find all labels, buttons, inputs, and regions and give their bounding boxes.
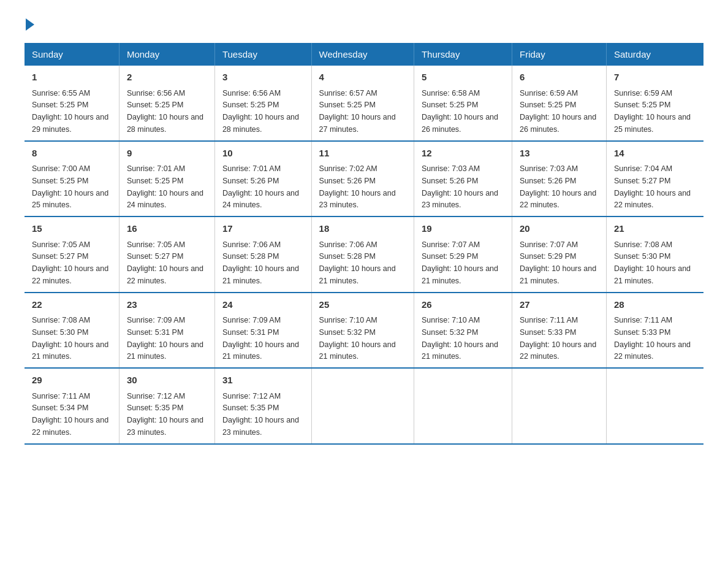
day-number: 30 <box>127 373 207 388</box>
weekday-header-thursday: Thursday <box>414 43 512 66</box>
day-info: Sunrise: 7:10 AMSunset: 5:32 PMDaylight:… <box>422 316 498 361</box>
weekday-header-tuesday: Tuesday <box>214 43 311 66</box>
day-number: 26 <box>422 298 504 312</box>
calendar-cell: 24 Sunrise: 7:09 AMSunset: 5:31 PMDaylig… <box>214 293 311 369</box>
day-number: 5 <box>422 71 504 85</box>
page-header <box>25 18 703 31</box>
calendar-cell <box>512 368 607 444</box>
day-number: 1 <box>32 71 112 85</box>
day-info: Sunrise: 6:56 AMSunset: 5:25 PMDaylight:… <box>127 89 203 134</box>
day-info: Sunrise: 7:09 AMSunset: 5:31 PMDaylight:… <box>222 316 299 361</box>
day-number: 14 <box>614 147 696 161</box>
calendar-cell: 17 Sunrise: 7:06 AMSunset: 5:28 PMDaylig… <box>214 216 311 293</box>
day-number: 22 <box>32 298 112 312</box>
weekday-header-monday: Monday <box>119 43 214 66</box>
day-number: 6 <box>520 71 599 85</box>
day-number: 12 <box>422 147 504 161</box>
day-info: Sunrise: 6:56 AMSunset: 5:25 PMDaylight:… <box>222 89 299 134</box>
day-info: Sunrise: 7:06 AMSunset: 5:28 PMDaylight:… <box>222 240 299 285</box>
day-number: 10 <box>222 147 304 161</box>
day-number: 4 <box>319 71 406 85</box>
calendar-cell: 11 Sunrise: 7:02 AMSunset: 5:26 PMDaylig… <box>311 141 414 217</box>
day-info: Sunrise: 7:07 AMSunset: 5:29 PMDaylight:… <box>422 240 498 285</box>
calendar-cell: 19 Sunrise: 7:07 AMSunset: 5:29 PMDaylig… <box>414 216 512 293</box>
day-number: 8 <box>32 147 112 161</box>
calendar-cell: 18 Sunrise: 7:06 AMSunset: 5:28 PMDaylig… <box>311 216 414 293</box>
calendar-cell: 25 Sunrise: 7:10 AMSunset: 5:32 PMDaylig… <box>311 293 414 369</box>
day-info: Sunrise: 7:08 AMSunset: 5:30 PMDaylight:… <box>614 240 691 285</box>
day-number: 7 <box>614 71 696 85</box>
weekday-header-row: SundayMondayTuesdayWednesdayThursdayFrid… <box>25 43 703 66</box>
calendar-cell <box>414 368 512 444</box>
calendar-cell: 1 Sunrise: 6:55 AMSunset: 5:25 PMDayligh… <box>25 66 119 141</box>
calendar-cell: 21 Sunrise: 7:08 AMSunset: 5:30 PMDaylig… <box>606 216 703 293</box>
calendar-cell: 6 Sunrise: 6:59 AMSunset: 5:25 PMDayligh… <box>512 66 607 141</box>
day-number: 15 <box>32 222 112 236</box>
calendar-cell: 2 Sunrise: 6:56 AMSunset: 5:25 PMDayligh… <box>119 66 214 141</box>
day-number: 16 <box>127 222 207 236</box>
calendar-cell: 20 Sunrise: 7:07 AMSunset: 5:29 PMDaylig… <box>512 216 607 293</box>
calendar-cell <box>311 368 414 444</box>
day-number: 2 <box>127 71 207 85</box>
calendar-cell: 15 Sunrise: 7:05 AMSunset: 5:27 PMDaylig… <box>25 216 119 293</box>
day-info: Sunrise: 7:07 AMSunset: 5:29 PMDaylight:… <box>520 240 596 285</box>
day-number: 24 <box>222 298 304 312</box>
calendar-cell: 27 Sunrise: 7:11 AMSunset: 5:33 PMDaylig… <box>512 293 607 369</box>
day-info: Sunrise: 7:10 AMSunset: 5:32 PMDaylight:… <box>319 316 396 361</box>
day-number: 19 <box>422 222 504 236</box>
calendar-cell <box>606 368 703 444</box>
calendar-week-row: 15 Sunrise: 7:05 AMSunset: 5:27 PMDaylig… <box>25 216 703 293</box>
day-number: 21 <box>614 222 696 236</box>
day-number: 3 <box>222 71 304 85</box>
calendar-cell: 14 Sunrise: 7:04 AMSunset: 5:27 PMDaylig… <box>606 141 703 217</box>
calendar-body: 1 Sunrise: 6:55 AMSunset: 5:25 PMDayligh… <box>25 66 703 444</box>
day-info: Sunrise: 6:55 AMSunset: 5:25 PMDaylight:… <box>32 89 108 134</box>
day-info: Sunrise: 7:03 AMSunset: 5:26 PMDaylight:… <box>520 164 596 209</box>
calendar-cell: 9 Sunrise: 7:01 AMSunset: 5:25 PMDayligh… <box>119 141 214 217</box>
calendar-table: SundayMondayTuesdayWednesdayThursdayFrid… <box>25 43 703 445</box>
calendar-cell: 22 Sunrise: 7:08 AMSunset: 5:30 PMDaylig… <box>25 293 119 369</box>
day-info: Sunrise: 7:09 AMSunset: 5:31 PMDaylight:… <box>127 316 203 361</box>
day-number: 11 <box>319 147 406 161</box>
weekday-header-friday: Friday <box>512 43 607 66</box>
day-number: 23 <box>127 298 207 312</box>
calendar-cell: 30 Sunrise: 7:12 AMSunset: 5:35 PMDaylig… <box>119 368 214 444</box>
day-info: Sunrise: 7:03 AMSunset: 5:26 PMDaylight:… <box>422 164 498 209</box>
calendar-header: SundayMondayTuesdayWednesdayThursdayFrid… <box>25 43 703 66</box>
logo-arrow-icon <box>26 18 34 31</box>
day-info: Sunrise: 7:11 AMSunset: 5:34 PMDaylight:… <box>32 392 108 437</box>
weekday-header-wednesday: Wednesday <box>311 43 414 66</box>
day-info: Sunrise: 7:11 AMSunset: 5:33 PMDaylight:… <box>614 316 691 361</box>
day-info: Sunrise: 7:01 AMSunset: 5:25 PMDaylight:… <box>127 164 203 209</box>
calendar-cell: 29 Sunrise: 7:11 AMSunset: 5:34 PMDaylig… <box>25 368 119 444</box>
calendar-cell: 23 Sunrise: 7:09 AMSunset: 5:31 PMDaylig… <box>119 293 214 369</box>
day-info: Sunrise: 6:58 AMSunset: 5:25 PMDaylight:… <box>422 89 498 134</box>
calendar-cell: 13 Sunrise: 7:03 AMSunset: 5:26 PMDaylig… <box>512 141 607 217</box>
day-info: Sunrise: 7:00 AMSunset: 5:25 PMDaylight:… <box>32 164 108 209</box>
day-info: Sunrise: 6:57 AMSunset: 5:25 PMDaylight:… <box>319 89 396 134</box>
calendar-week-row: 1 Sunrise: 6:55 AMSunset: 5:25 PMDayligh… <box>25 66 703 141</box>
calendar-cell: 5 Sunrise: 6:58 AMSunset: 5:25 PMDayligh… <box>414 66 512 141</box>
calendar-cell: 12 Sunrise: 7:03 AMSunset: 5:26 PMDaylig… <box>414 141 512 217</box>
calendar-week-row: 8 Sunrise: 7:00 AMSunset: 5:25 PMDayligh… <box>25 141 703 217</box>
day-number: 17 <box>222 222 304 236</box>
logo <box>25 18 36 31</box>
day-info: Sunrise: 7:04 AMSunset: 5:27 PMDaylight:… <box>614 164 691 209</box>
calendar-cell: 31 Sunrise: 7:12 AMSunset: 5:35 PMDaylig… <box>214 368 311 444</box>
calendar-cell: 10 Sunrise: 7:01 AMSunset: 5:26 PMDaylig… <box>214 141 311 217</box>
day-info: Sunrise: 7:08 AMSunset: 5:30 PMDaylight:… <box>32 316 108 361</box>
day-number: 29 <box>32 373 112 388</box>
day-number: 25 <box>319 298 406 312</box>
weekday-header-sunday: Sunday <box>25 43 119 66</box>
day-info: Sunrise: 7:02 AMSunset: 5:26 PMDaylight:… <box>319 164 396 209</box>
day-info: Sunrise: 7:12 AMSunset: 5:35 PMDaylight:… <box>127 392 203 437</box>
day-number: 27 <box>520 298 599 312</box>
day-info: Sunrise: 6:59 AMSunset: 5:25 PMDaylight:… <box>614 89 691 134</box>
day-info: Sunrise: 7:12 AMSunset: 5:35 PMDaylight:… <box>222 392 299 437</box>
calendar-cell: 26 Sunrise: 7:10 AMSunset: 5:32 PMDaylig… <box>414 293 512 369</box>
day-number: 13 <box>520 147 599 161</box>
calendar-cell: 28 Sunrise: 7:11 AMSunset: 5:33 PMDaylig… <box>606 293 703 369</box>
calendar-cell: 3 Sunrise: 6:56 AMSunset: 5:25 PMDayligh… <box>214 66 311 141</box>
weekday-header-saturday: Saturday <box>606 43 703 66</box>
calendar-cell: 16 Sunrise: 7:05 AMSunset: 5:27 PMDaylig… <box>119 216 214 293</box>
